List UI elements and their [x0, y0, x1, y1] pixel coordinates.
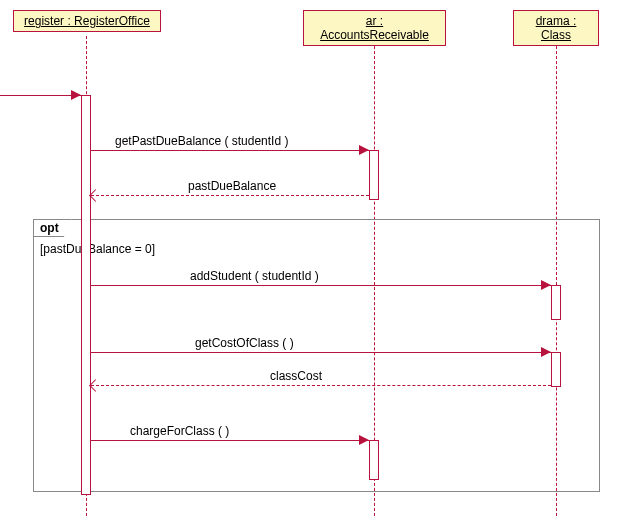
participant-ar: ar : AccountsReceivable — [303, 10, 446, 46]
msg-getCostOfClass-label: getCostOfClass ( ) — [195, 336, 294, 350]
msg-getPastDueBalance-head — [359, 145, 369, 155]
participant-ar-label: ar : AccountsReceivable — [320, 14, 429, 42]
msg-pastDueBalance-label: pastDueBalance — [188, 179, 276, 193]
msg-addStudent-head — [541, 280, 551, 290]
msg-getCostOfClass-head — [541, 347, 551, 357]
fragment-opt: opt [pastDueBalance = 0] — [33, 219, 600, 492]
fragment-guard: [pastDueBalance = 0] — [40, 242, 155, 256]
fragment-type-label: opt — [33, 219, 72, 237]
msg-addStudent-label: addStudent ( studentId ) — [190, 269, 319, 283]
activation-ar-1 — [369, 150, 379, 200]
msg-classCost-line — [91, 385, 551, 386]
found-message-line — [0, 95, 81, 96]
msg-chargeForClass-head — [359, 435, 369, 445]
msg-pastDueBalance-line — [91, 195, 369, 196]
participant-register-label: register : RegisterOffice — [24, 14, 150, 28]
participant-drama-label: drama : Class — [536, 14, 577, 42]
msg-getCostOfClass-line — [91, 352, 551, 353]
found-message-head — [71, 90, 81, 100]
msg-pastDueBalance-head — [89, 189, 102, 202]
activation-drama-2 — [551, 352, 561, 387]
participant-drama: drama : Class — [513, 10, 599, 46]
activation-drama-1 — [551, 285, 561, 320]
activation-ar-2 — [369, 440, 379, 480]
msg-getPastDueBalance-label: getPastDueBalance ( studentId ) — [115, 134, 288, 148]
msg-getPastDueBalance-line — [91, 150, 369, 151]
sequence-diagram: register : RegisterOffice ar : AccountsR… — [0, 0, 626, 527]
participant-register: register : RegisterOffice — [13, 10, 161, 32]
msg-addStudent-line — [91, 285, 551, 286]
msg-classCost-label: classCost — [270, 369, 322, 383]
activation-register — [81, 95, 91, 495]
msg-chargeForClass-label: chargeForClass ( ) — [130, 424, 229, 438]
msg-chargeForClass-line — [91, 440, 369, 441]
